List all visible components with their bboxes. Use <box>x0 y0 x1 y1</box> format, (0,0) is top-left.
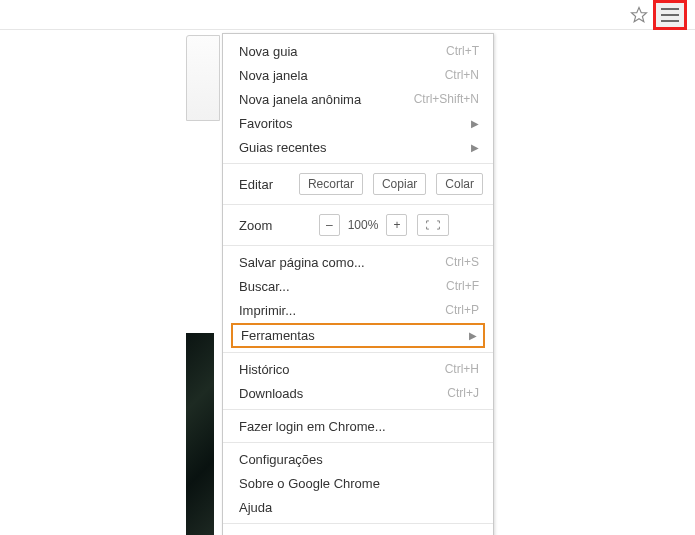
menu-separator <box>223 352 493 353</box>
menu-item-save-as[interactable]: Salvar página como... Ctrl+S <box>223 250 493 274</box>
page-background <box>186 35 220 535</box>
menu-label: Configurações <box>239 452 323 467</box>
menu-label: Downloads <box>239 386 303 401</box>
cut-button[interactable]: Recortar <box>299 173 363 195</box>
hamburger-icon <box>661 8 679 22</box>
fullscreen-icon <box>426 219 440 231</box>
menu-label: Imprimir... <box>239 303 296 318</box>
menu-item-recent-tabs[interactable]: Guias recentes ▶ <box>223 135 493 159</box>
menu-item-find[interactable]: Buscar... Ctrl+F <box>223 274 493 298</box>
menu-item-print[interactable]: Imprimir... Ctrl+P <box>223 298 493 322</box>
main-menu-button[interactable] <box>653 0 687 30</box>
menu-label: Sobre o Google Chrome <box>239 476 380 491</box>
menu-item-new-tab[interactable]: Nova guia Ctrl+T <box>223 39 493 63</box>
menu-label: Ajuda <box>239 500 272 515</box>
menu-item-settings[interactable]: Configurações <box>223 447 493 471</box>
chevron-right-icon: ▶ <box>471 118 479 129</box>
menu-shortcut: Ctrl+F <box>446 279 479 293</box>
menu-item-tools[interactable]: Ferramentas ▶ <box>231 323 485 348</box>
menu-row-edit: Editar Recortar Copiar Colar <box>223 168 493 200</box>
menu-shortcut: Ctrl+T <box>446 44 479 58</box>
zoom-in-button[interactable]: + <box>386 214 407 236</box>
menu-item-exit[interactable]: Sair Ctrl+Shift+Q <box>223 528 493 535</box>
menu-label: Favoritos <box>239 116 292 131</box>
menu-item-signin[interactable]: Fazer login em Chrome... <box>223 414 493 438</box>
menu-label: Guias recentes <box>239 140 326 155</box>
menu-shortcut: Ctrl+S <box>445 255 479 269</box>
menu-row-zoom: Zoom – 100% + <box>223 209 493 241</box>
menu-separator <box>223 204 493 205</box>
menu-separator <box>223 523 493 524</box>
menu-label: Ferramentas <box>241 328 315 343</box>
browser-toolbar <box>0 0 695 30</box>
menu-separator <box>223 409 493 410</box>
menu-label: Nova guia <box>239 44 298 59</box>
zoom-out-button[interactable]: – <box>319 214 340 236</box>
svg-marker-0 <box>632 8 647 22</box>
menu-separator <box>223 442 493 443</box>
menu-shortcut: Ctrl+J <box>447 386 479 400</box>
menu-item-incognito[interactable]: Nova janela anônima Ctrl+Shift+N <box>223 87 493 111</box>
paste-button[interactable]: Colar <box>436 173 483 195</box>
menu-label: Nova janela anônima <box>239 92 361 107</box>
zoom-label: Zoom <box>239 218 309 233</box>
chevron-right-icon: ▶ <box>471 142 479 153</box>
tab-edge <box>186 35 220 121</box>
edit-label: Editar <box>239 177 289 192</box>
menu-item-help[interactable]: Ajuda <box>223 495 493 519</box>
menu-shortcut: Ctrl+H <box>445 362 479 376</box>
copy-button[interactable]: Copiar <box>373 173 426 195</box>
chrome-menu: Nova guia Ctrl+T Nova janela Ctrl+N Nova… <box>222 33 494 535</box>
menu-separator <box>223 245 493 246</box>
menu-separator <box>223 163 493 164</box>
menu-label: Salvar página como... <box>239 255 365 270</box>
chevron-right-icon: ▶ <box>469 330 477 341</box>
menu-shortcut: Ctrl+Shift+N <box>414 92 479 106</box>
page-image-edge <box>186 333 214 535</box>
menu-label: Nova janela <box>239 68 308 83</box>
menu-shortcut: Ctrl+P <box>445 303 479 317</box>
menu-label: Buscar... <box>239 279 290 294</box>
bookmark-star-icon[interactable] <box>627 3 651 27</box>
menu-item-about[interactable]: Sobre o Google Chrome <box>223 471 493 495</box>
menu-label: Histórico <box>239 362 290 377</box>
menu-label: Fazer login em Chrome... <box>239 419 386 434</box>
menu-item-new-window[interactable]: Nova janela Ctrl+N <box>223 63 493 87</box>
fullscreen-button[interactable] <box>417 214 449 236</box>
menu-item-bookmarks[interactable]: Favoritos ▶ <box>223 111 493 135</box>
page-content-edge <box>186 155 220 305</box>
menu-item-history[interactable]: Histórico Ctrl+H <box>223 357 493 381</box>
zoom-value: 100% <box>344 216 383 234</box>
menu-shortcut: Ctrl+N <box>445 68 479 82</box>
menu-item-downloads[interactable]: Downloads Ctrl+J <box>223 381 493 405</box>
